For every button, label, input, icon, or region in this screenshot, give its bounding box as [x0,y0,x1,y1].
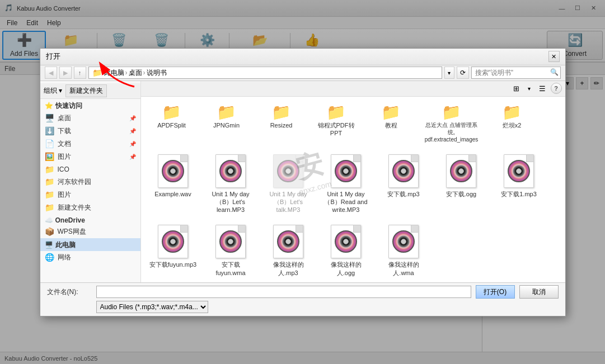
cancel-button[interactable]: 取消 [519,285,559,299]
folder-item[interactable]: 📁 总近大点 点辅管理系统, pdf.extracted_images [421,100,482,146]
folder-item[interactable]: 📁 烂坝x2 [487,100,537,146]
file-item[interactable]: 像我这样的人.mp3 [262,221,315,280]
file-item[interactable]: 安下载fuyun.mp3 [147,221,200,280]
open-file-dialog: 打开 ✕ ◀ ▶ ↑ 📁 此电脑 › 桌面 › 说明书 ▾ ⟳ 🔍 [40,48,566,316]
sidebar-item-hbsoft[interactable]: 📁 河东软件园 [40,176,140,188]
view-change-btn[interactable]: ⊞ [510,83,523,94]
file-icon-wrapper [443,153,479,189]
files-row-2: 安下载fuyun.mp3 安下载fuyun.wm [144,221,562,280]
new-folder-button[interactable]: 新建文件夹 [65,84,107,97]
file-item[interactable]: Unit 1 My day（B）Let's talk.MP3 [262,150,315,217]
folder-item[interactable]: 📁 JPNGmin [201,100,252,146]
nav-path-box: 📁 此电脑 › 桌面 › 说明书 [88,67,442,79]
desktop-label: 桌面 [58,114,71,123]
file-icon-wrapper [270,224,306,259]
file-icon-wrapper [213,224,248,259]
audio-disc [335,160,357,182]
images-folder-icon: 📁 [45,190,54,199]
filetype-select[interactable]: Audio Files (*.mp3;*.wav;*.m4a...) [96,301,208,313]
file-label: 安下载1.mp3 [501,190,537,198]
new-folder-icon: 📁 [45,203,54,212]
nav-path-segment-pc: 此电脑 [104,68,124,78]
nav-up-button[interactable]: ↑ [74,67,86,79]
view-details-btn[interactable]: ☰ [536,83,548,94]
hbsoft-label: 河东软件园 [58,177,91,187]
disc-ring [163,231,183,252]
path-sep-2: › [143,69,146,77]
view-dropdown-btn[interactable]: ▾ [525,83,534,94]
disc-ring [393,231,414,252]
file-icon-wrapper [155,224,191,259]
file-page [388,225,419,258]
file-label: 安下载fuyun.mp3 [149,261,196,268]
nav-back-button[interactable]: ◀ [45,67,57,79]
file-item[interactable]: 像我这样的人.ogg [320,221,373,280]
dialog-close-button[interactable]: ✕ [548,51,560,62]
file-grid-scroll[interactable]: 安 anxz.com 📁 APDFSplit 📁 JPNGmin [141,97,565,282]
quick-access-icon: ⭐ [45,102,53,110]
file-icon-wrapper [501,153,537,189]
folder-item[interactable]: 📁 APDFSplit [147,100,197,146]
pictures-label: 图片 [58,152,71,162]
audio-disc [392,160,415,182]
pictures-icon: 🖼️ [45,152,54,161]
file-icon-wrapper [155,153,191,189]
disc-ring [451,161,471,181]
sidebar-toolbar: 组织 ▾ 新建文件夹 [40,83,140,99]
nav-path-segment-current: 说明书 [147,68,167,78]
folder-item[interactable]: 📁 教程 [366,100,416,146]
download-pin: 📌 [129,128,136,134]
file-label: Example.wav [154,190,191,198]
file-item[interactable]: 安下载fuyun.wma [204,221,257,280]
help-button[interactable]: ? [551,83,562,94]
audio-disc [219,230,242,253]
sidebar-item-pictures[interactable]: 🖼️ 图片 📌 [40,150,140,163]
sidebar-item-this-pc[interactable]: 🖥️ 此电脑 [40,238,140,251]
nav-forward-button[interactable]: ▶ [59,67,72,79]
file-icon-wrapper [270,153,306,189]
file-page [504,154,534,188]
file-item[interactable]: Example.wav [147,150,200,217]
sidebar-item-new-folder[interactable]: 📁 新建文件夹 [40,201,140,214]
onedrive-icon: ☁️ [45,216,53,224]
file-icon-wrapper [386,224,421,259]
sidebar-item-documents[interactable]: 📄 文档 📌 [40,138,140,150]
sidebar-item-network[interactable]: 🌐 网络 [40,251,140,264]
sidebar-item-wps[interactable]: 📦 WPS网盘 [40,225,140,238]
folder-item[interactable]: 📁 Resized [256,100,307,146]
sidebar-item-onedrive[interactable]: ☁️ OneDrive [40,214,140,225]
folder-item[interactable]: 📁 锦程式PDF转PPT [311,100,362,146]
disc-ring [278,231,298,252]
file-item[interactable]: 安下载1.mp3 [493,150,546,217]
folder-label: 烂坝x2 [503,121,522,129]
file-item[interactable]: 安下载.ogg [435,150,488,217]
disc-ring [221,231,241,252]
filename-input[interactable] [96,286,471,298]
download-icon: ⬇️ [45,126,54,135]
nav-search-input[interactable] [471,67,561,79]
sidebar-item-quick-access[interactable]: ⭐ 快速访问 [40,99,140,112]
sidebar-item-desktop[interactable]: 🖥️ 桌面 📌 [40,112,140,125]
dialog-overlay: 打开 ✕ ◀ ▶ ↑ 📁 此电脑 › 桌面 › 说明书 ▾ ⟳ 🔍 [0,0,605,364]
folder-label: 总近大点 点辅管理系统, pdf.extracted_images [424,121,480,143]
file-item[interactable]: 安下载.mp3 [377,150,430,217]
wps-icon: 📦 [45,227,54,236]
file-page [446,154,476,188]
documents-pin: 📌 [129,141,136,147]
disc-ring [221,161,241,181]
file-item[interactable]: Unit 1 My day（B）Read and write.MP3 [320,150,373,217]
sidebar-item-ico[interactable]: 📁 ICO [40,163,140,176]
sidebar-item-images[interactable]: 📁 图片 [40,188,140,201]
file-icon-wrapper [328,153,364,189]
organize-button[interactable]: 组织 ▾ [44,86,62,96]
sidebar-item-download[interactable]: ⬇️ 下载 📌 [40,125,140,138]
file-item[interactable]: Unit 1 My day（B）Let's learn.MP3 [204,150,257,217]
file-page [388,154,419,188]
open-button[interactable]: 打开(O) [476,285,515,299]
file-label: Unit 1 My day（B）Let's learn.MP3 [207,190,255,214]
quick-access-label: 快速访问 [55,101,82,111]
file-item[interactable]: 像我这样的人.wma [377,221,430,280]
wps-label: WPS网盘 [58,227,86,237]
nav-path-dropdown[interactable]: ▾ [444,67,454,79]
nav-refresh-button[interactable]: ⟳ [457,67,469,79]
